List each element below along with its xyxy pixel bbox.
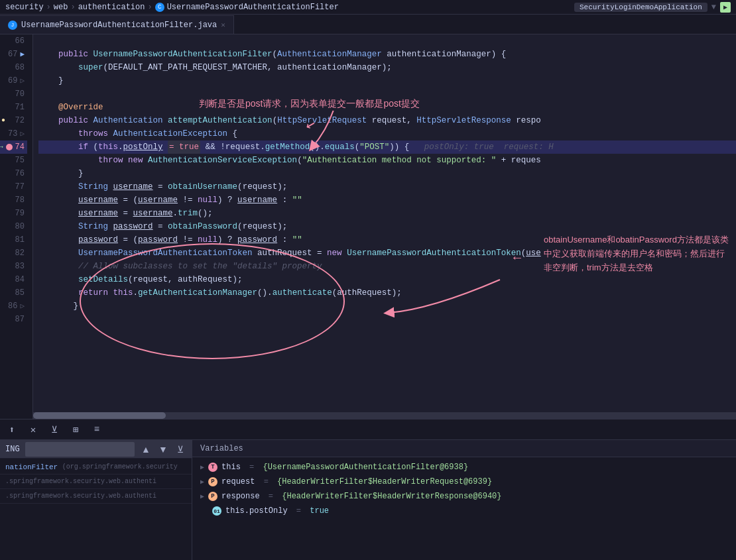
breadcrumb-sep-1: › [46, 3, 51, 12]
horizontal-scrollbar[interactable] [33, 412, 736, 419]
debug-panel: ING ▲ ▼ ⊻ nationFilter (org.springframew… [0, 440, 736, 560]
line-num-67: 67▶ [0, 48, 27, 61]
nav-up-button[interactable]: ▲ [140, 443, 152, 455]
var-icon-this: T [208, 463, 217, 472]
code-line-75: throw new AuthenticationServiceException… [38, 154, 736, 167]
debug-left-panel: ING ▲ ▼ ⊻ nationFilter (org.springframew… [0, 440, 192, 560]
scrollbar-thumb[interactable] [33, 412, 166, 419]
stack-class-0: nationFilter [5, 463, 58, 471]
line-num-77: 77 [0, 180, 27, 194]
dropdown-label: ING [5, 445, 20, 454]
variables-title: Variables [200, 444, 243, 453]
code-line-83: // Allow subclasses to set the "details"… [38, 260, 736, 273]
code-line-82: UsernamePasswordAuthenticationToken auth… [38, 247, 736, 260]
toolbar-menu-button[interactable]: ≡ [90, 423, 103, 436]
var-eq-request: = [259, 477, 273, 486]
breadcrumb-authentication[interactable]: authentication [78, 3, 145, 12]
var-name-response: response [221, 492, 260, 501]
code-line-78: username = (username != null) ? username… [38, 194, 736, 207]
line-num-86: 86▷ [0, 300, 27, 313]
line-num-69: 69▷ [0, 74, 27, 87]
nav-down-button[interactable]: ▼ [157, 443, 169, 455]
stack-package-0: (org.springframework.security [62, 463, 178, 471]
var-item-response[interactable]: ▶ P response = {HeaderWriterFilter$Heade… [192, 489, 736, 504]
breadcrumb-bar: security › web › authentication › C User… [0, 0, 736, 15]
var-name-postonly: this.postOnly [225, 506, 288, 516]
tab-main-file[interactable]: J UsernamePasswordAuthenticationFilter.j… [0, 15, 234, 34]
run-config: SecurityLoginDemoApplication ▼ ▶ [574, 2, 731, 13]
var-eq-this: = [245, 463, 259, 472]
line-num-82: 82 [0, 247, 27, 260]
breadcrumb-class[interactable]: UsernamePasswordAuthenticationFilter [167, 3, 339, 12]
line-num-83: 83 [0, 260, 27, 273]
line-num-75: 75 [0, 154, 27, 167]
var-name-request: request [221, 477, 255, 486]
tab-close-button[interactable]: ✕ [221, 21, 225, 29]
line-num-68: 68 [0, 61, 27, 74]
breadcrumb-web[interactable]: web [54, 3, 68, 12]
line-num-74: → 74 [0, 140, 27, 154]
var-expand-request[interactable]: ▶ [200, 478, 204, 486]
code-line-87 [38, 313, 736, 326]
line-num-85: 85 [0, 286, 27, 300]
line-num-84: 84 [0, 273, 27, 286]
bottom-toolbar: ⬆ ✕ ⊻ ⊞ ≡ [0, 419, 736, 440]
stack-item-2[interactable]: .springframework.security.web.authenti [0, 489, 192, 504]
var-icon-request: P [208, 477, 217, 486]
variables-header: Variables [192, 440, 736, 457]
breadcrumb-security[interactable]: security [5, 3, 44, 12]
var-expand-this[interactable]: ▶ [200, 463, 204, 471]
breadcrumb-sep-2: › [70, 3, 75, 12]
var-val-response: {HeaderWriterFilter$HeaderWriterResponse… [282, 492, 501, 501]
stack-full-2: .springframework.security.web.authenti [5, 492, 156, 500]
var-name-this: this [221, 463, 241, 472]
line-num-76: 76 [0, 167, 27, 180]
code-line-77: String username = obtainUsername(request… [38, 180, 736, 194]
toolbar-grid-button[interactable]: ⊞ [69, 423, 82, 436]
code-line-80: String password = obtainPassword(request… [38, 220, 736, 233]
var-item-postonly[interactable]: 01 this.postOnly = true [192, 504, 736, 518]
var-val-postonly: true [310, 506, 329, 516]
line-num-73: 73▷ [0, 127, 27, 140]
line-num-70: 70 [0, 87, 27, 101]
code-line-85: return this.getAuthenticationManager().a… [38, 286, 736, 300]
var-icon-postonly: 01 [212, 506, 221, 516]
code-content[interactable]: public UsernamePasswordAuthenticationFil… [33, 34, 736, 419]
tab-bar: J UsernamePasswordAuthenticationFilter.j… [0, 15, 736, 34]
line-num-81: 81 [0, 233, 27, 247]
tab-label: UsernamePasswordAuthenticationFilter.jav… [21, 21, 217, 30]
play-button[interactable]: ▶ [720, 2, 731, 13]
debug-right-panel: Variables ▶ T this = {UsernamePasswordAu… [192, 440, 736, 560]
code-line-81: password = (password != null) ? password… [38, 233, 736, 247]
var-item-request[interactable]: ▶ P request = {HeaderWriterFilter$Header… [192, 475, 736, 489]
var-icon-response: P [208, 492, 217, 501]
tab-file-icon: J [8, 21, 17, 30]
line-num-80: 80 [0, 220, 27, 233]
line-num-87: 87 [0, 313, 27, 326]
code-line-66 [38, 34, 736, 48]
line-num-79: 79 [0, 207, 27, 220]
code-line-69: } [38, 74, 736, 87]
nav-filter-button[interactable]: ⊻ [174, 443, 186, 455]
toolbar-close-button[interactable]: ✕ [27, 423, 40, 436]
toolbar-upload-button[interactable]: ⬆ [5, 423, 19, 436]
line-num-78: 78 [0, 194, 27, 207]
code-line-76: } [38, 167, 736, 180]
code-line-72: public Authentication attemptAuthenticat… [38, 114, 736, 127]
debug-dropdown[interactable]: ING ▲ ▼ ⊻ [0, 440, 192, 459]
var-item-this[interactable]: ▶ T this = {UsernamePasswordAuthenticati… [192, 460, 736, 475]
breakpoint-74 [6, 144, 13, 150]
var-eq-response: = [264, 492, 278, 501]
editor-area: 66 67▶ 68 69▷ 70 71 72 ● 73▷ → 74 75 76 … [0, 34, 736, 419]
code-line-68: super(DEFAULT_ANT_PATH_REQUEST_MATCHER, … [38, 61, 736, 74]
stack-item-1[interactable]: .springframework.security.web.authenti [0, 475, 192, 489]
code-line-70 [38, 87, 736, 101]
run-config-dropdown[interactable]: ▼ [711, 3, 716, 12]
toolbar-filter-button[interactable]: ⊻ [48, 423, 61, 436]
dropdown-select-box[interactable] [25, 442, 135, 457]
code-line-73: throws AuthenticationException { [38, 127, 736, 140]
run-config-name[interactable]: SecurityLoginDemoApplication [574, 3, 707, 12]
stack-item-0[interactable]: nationFilter (org.springframework.securi… [0, 460, 192, 475]
var-expand-response[interactable]: ▶ [200, 492, 204, 500]
breadcrumb-sep-3: › [147, 3, 152, 12]
